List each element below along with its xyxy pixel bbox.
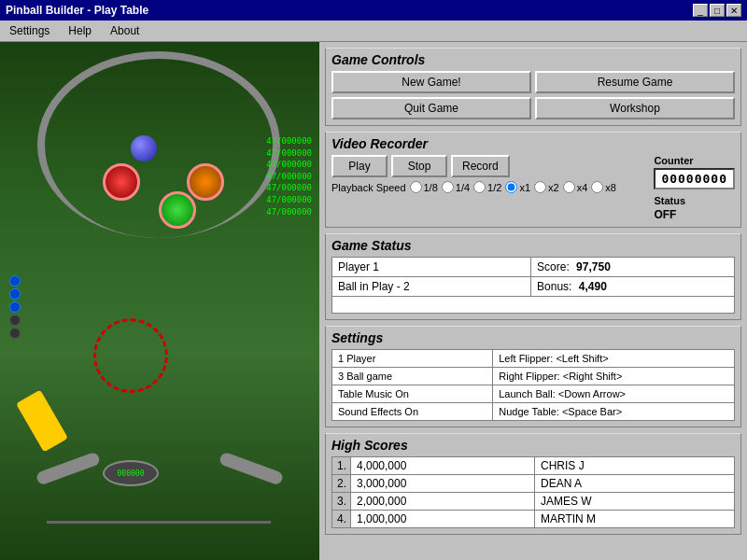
rank-2: 3. — [332, 493, 351, 511]
speed-x2[interactable]: x2 — [534, 181, 559, 193]
status-value: OFF — [654, 208, 735, 221]
player-label-cell: Player 1 — [332, 258, 531, 277]
video-btn-row: Play Stop Record — [331, 155, 648, 177]
game-controls-header: Game Controls — [331, 52, 735, 67]
video-section: Play Stop Record Playback Speed 1/8 1/4 … — [331, 155, 735, 221]
settings-row-3: Sound Effects On Nudge Table: <Space Bar… — [332, 403, 735, 421]
speed-1-8[interactable]: 1/8 — [410, 181, 438, 193]
score-label: Score: — [537, 260, 570, 273]
menu-settings[interactable]: Settings — [4, 22, 55, 39]
score-cell: Score: 97,750 — [531, 258, 735, 277]
settings-right-3: Nudge Table: <Space Bar> — [493, 403, 735, 421]
settings-row-1: 3 Ball game Right Flipper: <Right Shift> — [332, 368, 735, 385]
quit-game-button[interactable]: Quit Game — [331, 97, 531, 119]
score-2: 2,000,000 — [351, 493, 535, 511]
menu-bar: Settings Help About — [0, 21, 747, 42]
score-value: 97,750 — [576, 260, 611, 273]
score-row-2: 3. 2,000,000 JAMES W — [332, 493, 735, 511]
speed-x1[interactable]: x1 — [505, 181, 530, 193]
game-status-table: Player 1 Score: 97,750 Ball in Play - 2 … — [331, 257, 735, 314]
score-3: 1,000,000 — [351, 511, 535, 528]
name-3: MARTIN M — [535, 511, 735, 528]
window-controls: _ □ ✕ — [693, 4, 741, 17]
game-controls-section: Game Controls New Game! Resume Game Quit… — [325, 48, 741, 126]
right-panel: Game Controls New Game! Resume Game Quit… — [319, 42, 747, 560]
counter-value: 00000000 — [654, 168, 735, 189]
score-1: 3,000,000 — [351, 475, 535, 493]
bumper-2 — [159, 191, 196, 229]
video-controls: Play Stop Record Playback Speed 1/8 1/4 … — [331, 155, 648, 193]
status-label: Status — [654, 195, 735, 206]
settings-right-2: Launch Ball: <Down Arrow> — [493, 385, 735, 403]
minimize-button[interactable]: _ — [693, 4, 708, 17]
playback-speed-row: Playback Speed 1/8 1/4 1/2 x1 x2 x4 x8 — [331, 181, 648, 193]
player-row: Player 1 Score: 97,750 — [332, 258, 735, 277]
rank-3: 4. — [332, 511, 351, 528]
video-recorder-section: Video Recorder Play Stop Record Playback… — [325, 132, 741, 228]
bonus-label: Bonus: — [537, 280, 571, 293]
name-0: CHRIS J — [535, 457, 735, 475]
empty-row — [332, 297, 735, 314]
settings-left-2: Table Music On — [332, 385, 493, 403]
bonus-value: 4,490 — [579, 280, 607, 293]
pinball-ball — [131, 135, 157, 161]
score-meter — [9, 275, 21, 339]
settings-left-0: 1 Player — [332, 350, 493, 368]
ball-label-cell: Ball in Play - 2 — [332, 277, 531, 297]
record-button[interactable]: Record — [451, 155, 510, 177]
settings-row-0: 1 Player Left Flipper: <Left Shift> — [332, 350, 735, 368]
window-title: Pinball Builder - Play Table — [6, 4, 148, 17]
stop-button[interactable]: Stop — [391, 155, 447, 177]
score-row-0: 1. 4,000,000 CHRIS J — [332, 457, 735, 475]
maximize-button[interactable]: □ — [710, 4, 725, 17]
high-scores-header: High Scores — [331, 438, 735, 453]
empty-cell — [332, 297, 735, 314]
counter-label: Counter — [654, 155, 735, 166]
settings-right-1: Right Flipper: <Right Shift> — [493, 368, 735, 385]
pinball-score-display: 47/000000 47/000000 47/000000 47/000000 … — [266, 135, 312, 217]
speed-x8[interactable]: x8 — [591, 181, 616, 193]
game-status-header: Game Status — [331, 238, 735, 253]
menu-about[interactable]: About — [105, 22, 145, 39]
play-button[interactable]: Play — [331, 155, 388, 177]
rank-0: 1. — [332, 457, 351, 475]
speed-x4[interactable]: x4 — [563, 181, 588, 193]
video-recorder-header: Video Recorder — [331, 136, 735, 151]
settings-left-3: Sound Effects On — [332, 403, 493, 421]
scores-table: 1. 4,000,000 CHRIS J 2. 3,000,000 DEAN A… — [331, 456, 735, 528]
settings-header: Settings — [331, 330, 735, 345]
close-button[interactable]: ✕ — [726, 4, 741, 17]
game-controls-buttons: New Game! Resume Game Quit Game Workshop — [331, 71, 735, 119]
bumper-1 — [103, 163, 140, 201]
pinball-table: 47/000000 47/000000 47/000000 47/000000 … — [0, 42, 319, 560]
settings-table: 1 Player Left Flipper: <Left Shift> 3 Ba… — [331, 349, 735, 421]
menu-help[interactable]: Help — [63, 22, 97, 39]
title-bar: Pinball Builder - Play Table _ □ ✕ — [0, 0, 747, 21]
high-scores-section: High Scores 1. 4,000,000 CHRIS J 2. 3,00… — [325, 433, 741, 535]
settings-left-1: 3 Ball game — [332, 368, 493, 385]
settings-right-0: Left Flipper: <Left Shift> — [493, 350, 735, 368]
settings-section: Settings 1 Player Left Flipper: <Left Sh… — [325, 326, 741, 427]
center-target — [93, 318, 168, 393]
bumper-3 — [187, 163, 224, 201]
drain-line — [47, 521, 271, 524]
name-1: DEAN A — [535, 475, 735, 493]
resume-game-button[interactable]: Resume Game — [535, 71, 735, 93]
video-info: Counter 00000000 Status OFF — [654, 155, 735, 221]
speed-1-2[interactable]: 1/2 — [473, 181, 501, 193]
score-0: 4,000,000 — [351, 457, 535, 475]
bonus-cell: Bonus: 4,490 — [531, 277, 735, 297]
settings-row-2: Table Music On Launch Ball: <Down Arrow> — [332, 385, 735, 403]
ball-row: Ball in Play - 2 Bonus: 4,490 — [332, 277, 735, 297]
bottom-score-display: 000000 — [103, 460, 159, 486]
score-row-1: 2. 3,000,000 DEAN A — [332, 475, 735, 493]
playback-label: Playback Speed — [331, 182, 406, 193]
speed-1-4[interactable]: 1/4 — [442, 181, 470, 193]
score-row-3: 4. 1,000,000 MARTIN M — [332, 511, 735, 528]
name-2: JAMES W — [535, 493, 735, 511]
game-status-section: Game Status Player 1 Score: 97,750 Ball … — [325, 233, 741, 320]
workshop-button[interactable]: Workshop — [535, 97, 735, 119]
rank-1: 2. — [332, 475, 351, 493]
main-container: 47/000000 47/000000 47/000000 47/000000 … — [0, 42, 747, 560]
new-game-button[interactable]: New Game! — [331, 71, 531, 93]
